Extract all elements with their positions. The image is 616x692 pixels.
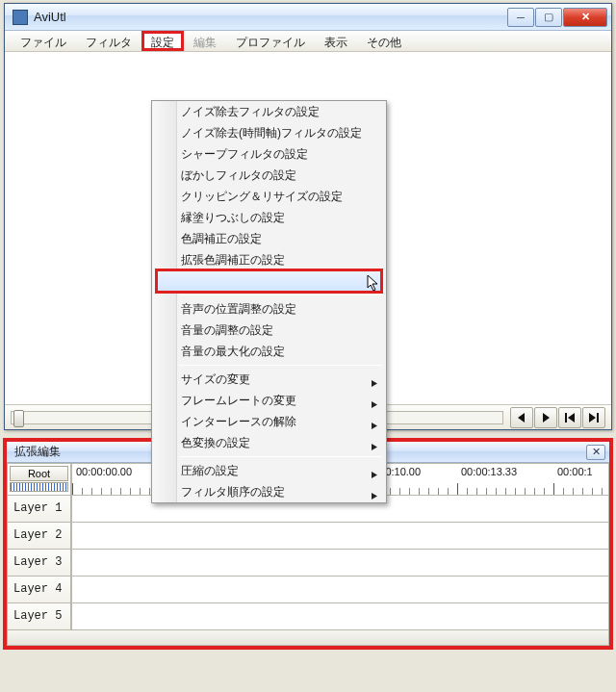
layer-track[interactable] bbox=[72, 577, 609, 603]
work-area: ノイズ除去フィルタの設定ノイズ除去(時間軸)フィルタの設定シャープフィルタの設定… bbox=[5, 52, 611, 429]
layer-label[interactable]: Layer 1 bbox=[7, 496, 72, 523]
timeline-hscroll[interactable] bbox=[7, 630, 609, 646]
submenu-arrow-icon bbox=[370, 486, 378, 507]
menu-file[interactable]: ファイル bbox=[11, 31, 76, 51]
window-buttons: ─ ▢ ✕ bbox=[506, 8, 607, 27]
settings-menu-item[interactable]: 音声の位置調整の設定 bbox=[152, 298, 386, 320]
settings-menu-item[interactable]: 色変換の設定 bbox=[152, 432, 386, 453]
menu-edit[interactable]: 編集 bbox=[184, 31, 226, 51]
layer-label[interactable]: Layer 2 bbox=[7, 523, 72, 550]
settings-dropdown: ノイズ除去フィルタの設定ノイズ除去(時間軸)フィルタの設定シャープフィルタの設定… bbox=[151, 100, 387, 503]
svg-marker-10 bbox=[568, 413, 575, 423]
minimize-button[interactable]: ─ bbox=[507, 8, 534, 27]
svg-marker-2 bbox=[372, 423, 377, 429]
svg-marker-4 bbox=[372, 472, 377, 478]
settings-menu-item[interactable]: フィルタ順序の設定 bbox=[152, 481, 386, 502]
settings-menu-item[interactable]: ノイズ除去フィルタの設定 bbox=[152, 101, 386, 122]
svg-rect-9 bbox=[565, 413, 567, 423]
timeline-layer-row: Layer 5 bbox=[7, 603, 609, 630]
submenu-arrow-icon bbox=[370, 437, 378, 458]
layer-track[interactable] bbox=[72, 550, 609, 577]
menu-separator bbox=[179, 295, 382, 295]
svg-marker-5 bbox=[372, 493, 377, 500]
timeline-layer-row: Layer 3 bbox=[7, 550, 609, 577]
settings-menu-item[interactable]: 圧縮の設定 bbox=[152, 460, 386, 481]
timeline-close-button[interactable]: ✕ bbox=[586, 445, 605, 460]
menubar: ファイル フィルタ 設定 編集 プロファイル 表示 その他 bbox=[5, 31, 611, 52]
svg-marker-11 bbox=[589, 413, 596, 423]
layer-track[interactable] bbox=[72, 603, 609, 630]
svg-marker-3 bbox=[372, 444, 377, 450]
svg-marker-6 bbox=[368, 275, 377, 291]
app-icon bbox=[13, 10, 28, 25]
ruler-time-label: 00:00:1 bbox=[557, 466, 593, 477]
next-frame-button[interactable] bbox=[534, 407, 557, 428]
svg-rect-12 bbox=[597, 413, 599, 423]
settings-menu-item[interactable]: ノイズ除去(時間軸)フィルタの設定 bbox=[152, 122, 386, 143]
timeline-layer-row: Layer 4 bbox=[7, 577, 609, 603]
root-button[interactable]: Root bbox=[10, 466, 68, 481]
settings-menu-item[interactable]: 縁塗りつぶしの設定 bbox=[152, 207, 386, 228]
layer-label[interactable]: Layer 3 bbox=[7, 550, 72, 577]
layer-label[interactable]: Layer 4 bbox=[7, 577, 72, 603]
layer-label[interactable]: Layer 5 bbox=[7, 603, 72, 630]
main-window-title: AviUtl bbox=[34, 10, 506, 24]
settings-menu-item[interactable]: 音量の最大化の設定 bbox=[152, 341, 386, 362]
settings-menu-item[interactable]: 音量の調整の設定 bbox=[152, 320, 386, 341]
settings-menu-item[interactable]: 色調補正の設定 bbox=[152, 228, 386, 249]
settings-menu-item[interactable]: ぼかしフィルタの設定 bbox=[152, 165, 386, 186]
ruler-time-label: 00:00:13.33 bbox=[461, 466, 517, 477]
menu-profile[interactable]: プロファイル bbox=[226, 31, 315, 51]
maximize-button[interactable]: ▢ bbox=[535, 8, 562, 27]
ruler-time-label: 00:00:00.00 bbox=[76, 466, 132, 477]
go-end-button[interactable] bbox=[582, 407, 605, 428]
menu-view[interactable]: 表示 bbox=[315, 31, 357, 51]
menu-settings[interactable]: 設定 bbox=[141, 31, 184, 51]
timeline-layer-row: Layer 2 bbox=[7, 523, 609, 550]
timeline-root-cell: Root bbox=[7, 463, 72, 496]
seek-slider-thumb[interactable] bbox=[13, 410, 24, 427]
svg-marker-1 bbox=[372, 401, 377, 408]
prev-frame-button[interactable] bbox=[510, 407, 533, 428]
root-minimap[interactable] bbox=[10, 482, 68, 492]
settings-menu-item[interactable]: インターレースの解除 bbox=[152, 411, 386, 432]
menu-other[interactable]: その他 bbox=[357, 31, 411, 51]
menu-filter[interactable]: フィルタ bbox=[76, 31, 141, 51]
menu-separator bbox=[179, 456, 382, 457]
settings-menu-item[interactable]: クリッピング＆リサイズの設定 bbox=[152, 186, 386, 207]
layer-track[interactable] bbox=[72, 523, 609, 550]
main-titlebar[interactable]: AviUtl ─ ▢ ✕ bbox=[5, 4, 611, 31]
settings-menu-item[interactable]: 拡張編集の設定✓ bbox=[152, 270, 386, 292]
go-start-button[interactable] bbox=[558, 407, 581, 428]
svg-marker-8 bbox=[543, 413, 550, 423]
check-icon: ✓ bbox=[160, 273, 169, 295]
svg-marker-7 bbox=[518, 413, 525, 423]
settings-menu-item[interactable]: シャープフィルタの設定 bbox=[152, 143, 386, 165]
settings-menu-item[interactable]: サイズの変更 bbox=[152, 369, 386, 390]
menu-separator bbox=[179, 365, 382, 366]
svg-marker-0 bbox=[372, 380, 377, 387]
settings-menu-item[interactable]: フレームレートの変更 bbox=[152, 390, 386, 411]
settings-menu-item[interactable]: 拡張色調補正の設定 bbox=[152, 249, 386, 270]
close-button[interactable]: ✕ bbox=[563, 8, 607, 27]
mouse-cursor-icon bbox=[367, 274, 380, 292]
aviutl-main-window: AviUtl ─ ▢ ✕ ファイル フィルタ 設定 編集 プロファイル 表示 そ… bbox=[4, 3, 612, 430]
timeline-title: 拡張編集 bbox=[14, 444, 61, 460]
